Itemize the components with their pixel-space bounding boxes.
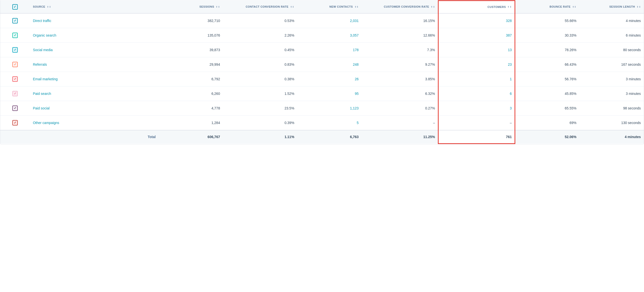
row-checkbox-cell[interactable]: ✓: [0, 13, 30, 28]
col-header-session-length[interactable]: SESSION LENGTH ⬆⬇: [580, 1, 644, 13]
session-length-cell: 3 minutes: [580, 86, 644, 101]
contact-conv-cell: 0.83%: [223, 57, 297, 72]
col-header-contact-conversion-rate[interactable]: CONTACT CONVERSION RATE ⬆⬇: [223, 1, 297, 13]
customer-conv-cell: 7.3%: [362, 43, 438, 57]
customers-value: 328: [506, 19, 512, 23]
source-link[interactable]: Organic search: [33, 33, 56, 37]
row-checkbox[interactable]: ✓: [12, 47, 18, 53]
source-cell: Organic search: [30, 28, 158, 43]
source-link[interactable]: Paid social: [33, 106, 50, 110]
customers-value: 1: [510, 77, 512, 81]
row-checkbox[interactable]: ✓: [12, 76, 18, 82]
row-checkbox[interactable]: ✓: [12, 91, 18, 96]
sessions-cell: 39,873: [158, 43, 223, 57]
bounce-rate-cell: 30.33%: [515, 28, 580, 43]
bounce-rate-cell: 69%: [515, 115, 580, 130]
customers-value: 3: [510, 106, 512, 110]
bounce-rate-cell: 55.66%: [515, 13, 580, 28]
customers-cell: 6: [438, 86, 515, 101]
customers-value: 13: [508, 48, 512, 52]
col-header-new-contacts[interactable]: NEW CONTACTS ⬆⬇: [297, 1, 362, 13]
sessions-cell: 382,710: [158, 13, 223, 28]
customer-conv-cell: 9.27%: [362, 57, 438, 72]
row-checkbox-cell[interactable]: ✓: [0, 43, 30, 57]
col-header-source[interactable]: SOURCE ⬆⬇: [30, 1, 158, 13]
col-header-customers[interactable]: CUSTOMERS ⬆⬇: [438, 1, 515, 13]
source-link[interactable]: Paid search: [33, 92, 51, 96]
table-row: ✓Paid social4,77823.5%1,1230.27%365.55%9…: [0, 101, 644, 115]
session-length-cell: 3 minutes: [580, 72, 644, 86]
col-header-sessions[interactable]: SESSIONS ⬆⬇: [158, 1, 223, 13]
row-checkbox[interactable]: ✓: [12, 18, 18, 24]
sessions-cell: 6,792: [158, 72, 223, 86]
totals-sessions: 606,767: [158, 130, 223, 144]
sort-icon-customers: ⬆⬇: [508, 6, 512, 9]
totals-label-cell: Total: [30, 130, 158, 144]
sort-icon-customer-conv: ⬆⬇: [431, 6, 435, 9]
session-length-cell: 98 seconds: [580, 101, 644, 115]
totals-new-contacts: 6,763: [297, 130, 362, 144]
customers-cell: –: [438, 115, 515, 130]
col-header-bounce-rate[interactable]: BOUNCE RATE ⬆⬇: [515, 1, 580, 13]
sort-icon-sessions: ⬆⬇: [216, 6, 220, 9]
row-checkbox-cell[interactable]: ✓: [0, 86, 30, 101]
sort-icon-source: ⬆⬇: [47, 6, 51, 9]
row-checkbox[interactable]: ✓: [12, 120, 18, 125]
source-link[interactable]: Email marketing: [33, 77, 58, 81]
customers-cell: 3: [438, 101, 515, 115]
new-contacts-cell: 1,123: [297, 101, 362, 115]
source-link[interactable]: Social media: [33, 48, 52, 52]
sessions-cell: 4,778: [158, 101, 223, 115]
source-link[interactable]: Direct traffic: [33, 19, 51, 23]
session-length-cell: 130 seconds: [580, 115, 644, 130]
bounce-rate-cell: 66.43%: [515, 57, 580, 72]
row-checkbox-cell[interactable]: ✓: [0, 115, 30, 130]
sessions-cell: 29,994: [158, 57, 223, 72]
contact-conv-cell: 0.53%: [223, 13, 297, 28]
customers-cell: 1: [438, 72, 515, 86]
row-checkbox[interactable]: ✓: [12, 33, 18, 38]
contact-conv-cell: 0.39%: [223, 115, 297, 130]
bounce-rate-cell: 56.76%: [515, 72, 580, 86]
session-length-cell: 167 seconds: [580, 57, 644, 72]
analytics-table: ✓ SOURCE ⬆⬇ SESSIONS ⬆⬇ CONTACT CONVERSI…: [0, 0, 644, 144]
source-cell: Paid social: [30, 101, 158, 115]
session-length-cell: 6 minutes: [580, 28, 644, 43]
new-contacts-cell: 3,057: [297, 28, 362, 43]
row-checkbox-cell[interactable]: ✓: [0, 101, 30, 115]
row-checkbox[interactable]: ✓: [12, 105, 18, 111]
customers-value: –: [510, 121, 512, 125]
customer-conv-cell: 0.27%: [362, 101, 438, 115]
customers-cell: 23: [438, 57, 515, 72]
contact-conv-cell: 23.5%: [223, 101, 297, 115]
row-checkbox-cell[interactable]: ✓: [0, 28, 30, 43]
sort-icon-session-length: ⬆⬇: [636, 6, 641, 9]
customers-value: 23: [508, 63, 512, 66]
customer-conv-cell: –: [362, 115, 438, 130]
sessions-cell: 1,284: [158, 115, 223, 130]
source-link[interactable]: Other campaigns: [33, 121, 59, 125]
row-checkbox-cell[interactable]: ✓: [0, 72, 30, 86]
table-row: ✓Email marketing6,7920.38%263.85%156.76%…: [0, 72, 644, 86]
source-cell: Referrals: [30, 57, 158, 72]
col-header-customer-conversion-rate[interactable]: CUSTOMER CONVERSION RATE ⬆⬇: [362, 1, 438, 13]
new-contacts-cell: 5: [297, 115, 362, 130]
session-length-cell: 80 seconds: [580, 43, 644, 57]
sort-icon-bounce: ⬆⬇: [572, 6, 576, 9]
contact-conv-cell: 1.52%: [223, 86, 297, 101]
table-header-row: ✓ SOURCE ⬆⬇ SESSIONS ⬆⬇ CONTACT CONVERSI…: [0, 1, 644, 13]
sessions-cell: 6,260: [158, 86, 223, 101]
table-row: ✓Other campaigns1,2840.39%5––69%130 seco…: [0, 115, 644, 130]
row-checkbox-cell[interactable]: ✓: [0, 57, 30, 72]
new-contacts-cell: 95: [297, 86, 362, 101]
totals-customers: 761: [438, 130, 515, 144]
source-cell: Paid search: [30, 86, 158, 101]
table-row: ✓Organic search135,0762.26%3,05712.66%38…: [0, 28, 644, 43]
source-link[interactable]: Referrals: [33, 63, 47, 66]
source-cell: Email marketing: [30, 72, 158, 86]
totals-row: Total 606,767 1.11% 6,763 11.25% 761: [0, 130, 644, 144]
select-all-checkbox-header[interactable]: ✓: [0, 1, 30, 13]
source-cell: Direct traffic: [30, 13, 158, 28]
row-checkbox[interactable]: ✓: [12, 62, 18, 67]
table-row: ✓Paid search6,2601.52%956.32%645.85%3 mi…: [0, 86, 644, 101]
